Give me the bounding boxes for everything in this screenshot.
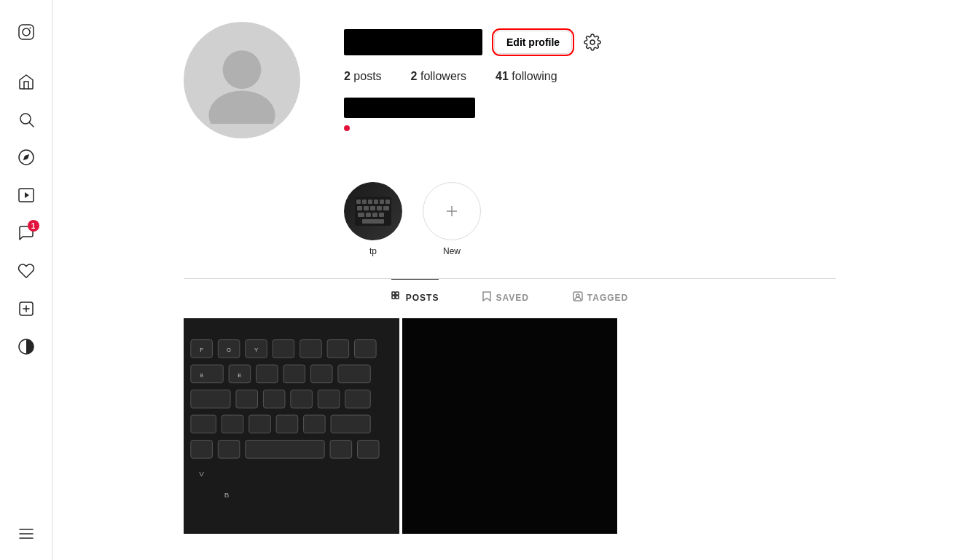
tab-tagged[interactable]: TAGGED xyxy=(573,279,628,315)
svg-rect-41 xyxy=(396,296,399,299)
svg-rect-20 xyxy=(356,200,361,204)
highlight-new-label: New xyxy=(443,246,461,256)
profile-info: Edit profile 2 posts 2 xyxy=(344,22,836,131)
profile-top-row: Edit profile xyxy=(344,29,836,55)
sidebar-item-mode[interactable] xyxy=(9,329,44,364)
saved-bookmark-icon xyxy=(482,291,491,304)
svg-text:B: B xyxy=(224,491,230,499)
instagram-logo[interactable] xyxy=(9,15,44,50)
svg-rect-24 xyxy=(380,200,384,204)
sidebar-item-notifications[interactable] xyxy=(9,253,44,288)
svg-rect-57 xyxy=(338,365,370,383)
svg-rect-74 xyxy=(357,441,379,459)
svg-rect-31 xyxy=(358,213,364,217)
svg-rect-60 xyxy=(263,390,285,409)
highlight-tp[interactable]: tp xyxy=(344,182,402,256)
svg-rect-0 xyxy=(19,25,34,39)
sidebar-item-menu[interactable] xyxy=(9,516,44,551)
svg-rect-23 xyxy=(374,200,378,204)
svg-rect-28 xyxy=(370,206,375,210)
svg-rect-50 xyxy=(327,340,349,358)
svg-rect-27 xyxy=(364,206,369,210)
svg-text:V: V xyxy=(199,470,204,478)
svg-rect-39 xyxy=(396,292,399,295)
following-stat[interactable]: 41 following xyxy=(496,70,557,83)
svg-rect-21 xyxy=(362,200,367,204)
username-bar xyxy=(344,29,482,55)
highlight-tp-circle xyxy=(344,182,402,240)
profile-header: Edit profile 2 posts 2 xyxy=(184,22,836,138)
sidebar-item-home[interactable] xyxy=(9,64,44,99)
posts-count: 2 xyxy=(344,70,351,82)
highlight-new[interactable]: New xyxy=(423,182,481,256)
svg-rect-52 xyxy=(191,365,223,383)
svg-marker-6 xyxy=(23,154,28,160)
svg-rect-64 xyxy=(191,415,216,433)
svg-rect-71 xyxy=(218,441,240,459)
svg-rect-54 xyxy=(257,365,278,383)
svg-rect-22 xyxy=(368,200,372,204)
svg-rect-32 xyxy=(366,213,371,217)
svg-rect-63 xyxy=(345,390,370,409)
svg-rect-38 xyxy=(392,292,395,295)
svg-point-18 xyxy=(590,40,595,44)
svg-point-16 xyxy=(223,50,262,89)
sidebar-item-search[interactable] xyxy=(9,102,44,137)
svg-rect-35 xyxy=(362,219,384,224)
keyboard-thumbnail-icon xyxy=(355,197,391,226)
posts-stat[interactable]: 2 posts xyxy=(344,70,382,83)
svg-rect-73 xyxy=(330,441,352,459)
followers-stat[interactable]: 2 followers xyxy=(411,70,467,83)
svg-text:E: E xyxy=(238,372,241,379)
svg-rect-30 xyxy=(383,206,389,210)
profile-container: Edit profile 2 posts 2 xyxy=(169,0,850,537)
svg-line-4 xyxy=(29,123,34,127)
svg-rect-49 xyxy=(300,340,322,358)
svg-rect-25 xyxy=(385,200,390,204)
svg-point-1 xyxy=(23,28,30,36)
post-1[interactable]: F G Y 8 E V B xyxy=(184,318,399,534)
svg-text:G: G xyxy=(227,347,231,353)
sidebar: 1 xyxy=(0,0,52,560)
svg-text:Y: Y xyxy=(254,347,259,353)
post-2[interactable] xyxy=(402,318,618,534)
highlights-row: tp New xyxy=(344,167,836,278)
grid-icon xyxy=(391,291,402,301)
notification-dot xyxy=(344,125,350,131)
tagged-tab-label: TAGGED xyxy=(587,293,628,303)
svg-rect-67 xyxy=(276,415,298,433)
highlight-tp-label: tp xyxy=(369,246,377,256)
settings-button[interactable] xyxy=(584,33,601,51)
sidebar-item-messages[interactable]: 1 xyxy=(9,216,44,251)
svg-rect-70 xyxy=(191,441,213,459)
svg-rect-56 xyxy=(310,365,332,383)
add-highlight-icon xyxy=(443,202,461,220)
svg-rect-58 xyxy=(191,390,230,409)
messages-badge: 1 xyxy=(28,220,39,232)
svg-rect-33 xyxy=(372,213,377,217)
svg-text:F: F xyxy=(200,347,203,353)
highlight-new-circle[interactable] xyxy=(423,182,481,240)
sidebar-item-create[interactable] xyxy=(9,291,44,326)
svg-point-17 xyxy=(208,90,275,124)
tab-saved[interactable]: SAVED xyxy=(482,279,528,315)
following-label: following xyxy=(512,70,557,82)
tabs-row: POSTS SAVED TAGGED xyxy=(184,279,836,315)
followers-count: 2 xyxy=(411,70,418,82)
sidebar-item-explore[interactable] xyxy=(9,140,44,175)
svg-rect-69 xyxy=(331,415,370,433)
svg-rect-55 xyxy=(283,365,305,383)
svg-point-2 xyxy=(29,28,31,29)
svg-marker-8 xyxy=(25,192,29,198)
svg-point-3 xyxy=(20,114,31,124)
settings-icon xyxy=(584,33,601,51)
bio-bar xyxy=(344,98,475,118)
svg-rect-34 xyxy=(379,213,384,217)
svg-rect-29 xyxy=(377,206,382,210)
tab-posts[interactable]: POSTS xyxy=(391,279,439,315)
edit-profile-button[interactable]: Edit profile xyxy=(494,31,572,54)
sidebar-item-reels[interactable] xyxy=(9,178,44,213)
posts-grid: F G Y 8 E V B xyxy=(184,315,836,537)
followers-label: followers xyxy=(420,70,466,82)
svg-rect-62 xyxy=(318,390,340,409)
